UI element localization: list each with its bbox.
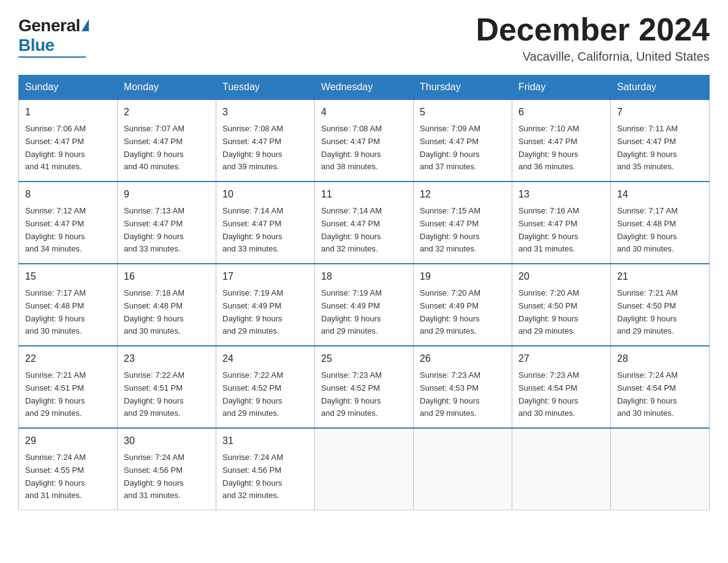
day-info: Sunrise: 7:17 AMSunset: 4:48 PMDaylight:… — [617, 205, 703, 256]
day-info: Sunrise: 7:14 AMSunset: 4:47 PMDaylight:… — [222, 205, 308, 256]
day-info: Sunrise: 7:16 AMSunset: 4:47 PMDaylight:… — [518, 205, 604, 256]
logo-blue-text: Blue — [18, 36, 55, 55]
calendar-header-wednesday: Wednesday — [315, 75, 414, 100]
calendar-day-cell: 1Sunrise: 7:06 AMSunset: 4:47 PMDaylight… — [19, 99, 118, 182]
day-number: 14 — [617, 187, 703, 202]
day-number: 13 — [518, 187, 604, 202]
day-info: Sunrise: 7:08 AMSunset: 4:47 PMDaylight:… — [222, 123, 308, 174]
day-number: 11 — [321, 187, 407, 202]
day-info: Sunrise: 7:17 AMSunset: 4:48 PMDaylight:… — [25, 287, 111, 338]
calendar-day-cell: 16Sunrise: 7:18 AMSunset: 4:48 PMDayligh… — [118, 264, 216, 346]
day-number: 23 — [124, 351, 210, 367]
day-info: Sunrise: 7:20 AMSunset: 4:49 PMDaylight:… — [420, 287, 506, 338]
day-info: Sunrise: 7:24 AMSunset: 4:54 PMDaylight:… — [617, 369, 703, 420]
calendar-week-row: 1Sunrise: 7:06 AMSunset: 4:47 PMDaylight… — [19, 99, 710, 182]
calendar-day-cell: 20Sunrise: 7:20 AMSunset: 4:50 PMDayligh… — [512, 264, 611, 346]
day-number: 24 — [222, 351, 308, 367]
day-info: Sunrise: 7:22 AMSunset: 4:52 PMDaylight:… — [222, 369, 308, 420]
day-info: Sunrise: 7:24 AMSunset: 4:56 PMDaylight:… — [222, 451, 308, 502]
day-info: Sunrise: 7:19 AMSunset: 4:49 PMDaylight:… — [222, 287, 308, 338]
calendar-day-cell: 5Sunrise: 7:09 AMSunset: 4:47 PMDaylight… — [414, 99, 512, 182]
day-number: 3 — [222, 105, 308, 120]
calendar-week-row: 15Sunrise: 7:17 AMSunset: 4:48 PMDayligh… — [19, 264, 710, 346]
day-info: Sunrise: 7:21 AMSunset: 4:50 PMDaylight:… — [617, 287, 703, 338]
day-number: 27 — [518, 351, 604, 367]
day-info: Sunrise: 7:23 AMSunset: 4:52 PMDaylight:… — [321, 369, 407, 420]
calendar-empty-cell — [315, 428, 414, 510]
calendar-day-cell: 9Sunrise: 7:13 AMSunset: 4:47 PMDaylight… — [118, 182, 216, 264]
day-number: 20 — [518, 269, 604, 285]
day-number: 16 — [124, 269, 210, 285]
day-info: Sunrise: 7:22 AMSunset: 4:51 PMDaylight:… — [124, 369, 210, 420]
day-number: 18 — [321, 269, 407, 285]
day-info: Sunrise: 7:12 AMSunset: 4:47 PMDaylight:… — [25, 205, 111, 256]
calendar-day-cell: 30Sunrise: 7:24 AMSunset: 4:56 PMDayligh… — [118, 428, 216, 510]
day-info: Sunrise: 7:07 AMSunset: 4:47 PMDaylight:… — [124, 123, 210, 174]
calendar-week-row: 22Sunrise: 7:21 AMSunset: 4:51 PMDayligh… — [19, 346, 710, 428]
calendar-day-cell: 31Sunrise: 7:24 AMSunset: 4:56 PMDayligh… — [216, 428, 315, 510]
day-number: 2 — [124, 105, 210, 120]
day-number: 26 — [420, 351, 506, 367]
calendar-day-cell: 29Sunrise: 7:24 AMSunset: 4:55 PMDayligh… — [19, 428, 118, 510]
logo-general-text: General — [18, 16, 80, 36]
month-title: December 2024 — [476, 12, 710, 47]
calendar-day-cell: 22Sunrise: 7:21 AMSunset: 4:51 PMDayligh… — [19, 346, 118, 428]
calendar-header-sunday: Sunday — [19, 75, 118, 100]
day-number: 17 — [222, 269, 308, 285]
day-info: Sunrise: 7:23 AMSunset: 4:53 PMDaylight:… — [420, 369, 506, 420]
day-number: 9 — [124, 187, 210, 202]
day-number: 31 — [222, 434, 308, 449]
day-number: 10 — [222, 187, 308, 202]
calendar-empty-cell — [512, 428, 611, 510]
calendar-header-monday: Monday — [118, 75, 216, 100]
calendar-day-cell: 11Sunrise: 7:14 AMSunset: 4:47 PMDayligh… — [315, 182, 414, 264]
logo: General Blue — [18, 12, 89, 58]
calendar-week-row: 8Sunrise: 7:12 AMSunset: 4:47 PMDaylight… — [19, 182, 710, 264]
day-info: Sunrise: 7:15 AMSunset: 4:47 PMDaylight:… — [420, 205, 506, 256]
day-number: 8 — [25, 187, 111, 202]
day-info: Sunrise: 7:24 AMSunset: 4:55 PMDaylight:… — [25, 451, 111, 502]
day-number: 5 — [420, 105, 506, 120]
day-info: Sunrise: 7:11 AMSunset: 4:47 PMDaylight:… — [617, 123, 703, 174]
calendar-day-cell: 18Sunrise: 7:19 AMSunset: 4:49 PMDayligh… — [315, 264, 414, 346]
calendar-week-row: 29Sunrise: 7:24 AMSunset: 4:55 PMDayligh… — [19, 428, 710, 510]
calendar-header-friday: Friday — [512, 75, 611, 100]
day-number: 4 — [321, 105, 407, 120]
calendar-empty-cell — [611, 428, 710, 510]
location-subtitle: Vacaville, California, United States — [476, 50, 710, 64]
day-info: Sunrise: 7:18 AMSunset: 4:48 PMDaylight:… — [124, 287, 210, 338]
calendar-day-cell: 10Sunrise: 7:14 AMSunset: 4:47 PMDayligh… — [216, 182, 315, 264]
day-info: Sunrise: 7:24 AMSunset: 4:56 PMDaylight:… — [124, 451, 210, 502]
day-number: 21 — [617, 269, 703, 285]
logo-line — [18, 56, 86, 58]
day-info: Sunrise: 7:13 AMSunset: 4:47 PMDaylight:… — [124, 205, 210, 256]
day-info: Sunrise: 7:20 AMSunset: 4:50 PMDaylight:… — [518, 287, 604, 338]
calendar-day-cell: 12Sunrise: 7:15 AMSunset: 4:47 PMDayligh… — [414, 182, 512, 264]
calendar-header-saturday: Saturday — [611, 75, 710, 100]
calendar-table: SundayMondayTuesdayWednesdayThursdayFrid… — [18, 75, 710, 510]
calendar-day-cell: 8Sunrise: 7:12 AMSunset: 4:47 PMDaylight… — [19, 182, 118, 264]
day-number: 12 — [420, 187, 506, 202]
calendar-day-cell: 19Sunrise: 7:20 AMSunset: 4:49 PMDayligh… — [414, 264, 512, 346]
day-number: 22 — [25, 351, 111, 367]
page-header: General Blue December 2024 Vacaville, Ca… — [18, 12, 710, 64]
calendar-day-cell: 6Sunrise: 7:10 AMSunset: 4:47 PMDaylight… — [512, 99, 611, 182]
logo-triangle-icon — [82, 19, 89, 31]
calendar-day-cell: 7Sunrise: 7:11 AMSunset: 4:47 PMDaylight… — [611, 99, 710, 182]
calendar-header-row: SundayMondayTuesdayWednesdayThursdayFrid… — [19, 75, 710, 100]
calendar-empty-cell — [414, 428, 512, 510]
calendar-day-cell: 23Sunrise: 7:22 AMSunset: 4:51 PMDayligh… — [118, 346, 216, 428]
day-info: Sunrise: 7:23 AMSunset: 4:54 PMDaylight:… — [518, 369, 604, 420]
day-info: Sunrise: 7:10 AMSunset: 4:47 PMDaylight:… — [518, 123, 604, 174]
calendar-day-cell: 27Sunrise: 7:23 AMSunset: 4:54 PMDayligh… — [512, 346, 611, 428]
day-number: 28 — [617, 351, 703, 367]
calendar-day-cell: 28Sunrise: 7:24 AMSunset: 4:54 PMDayligh… — [611, 346, 710, 428]
calendar-day-cell: 25Sunrise: 7:23 AMSunset: 4:52 PMDayligh… — [315, 346, 414, 428]
calendar-day-cell: 17Sunrise: 7:19 AMSunset: 4:49 PMDayligh… — [216, 264, 315, 346]
day-info: Sunrise: 7:19 AMSunset: 4:49 PMDaylight:… — [321, 287, 407, 338]
calendar-header-tuesday: Tuesday — [216, 75, 315, 100]
day-info: Sunrise: 7:09 AMSunset: 4:47 PMDaylight:… — [420, 123, 506, 174]
calendar-day-cell: 3Sunrise: 7:08 AMSunset: 4:47 PMDaylight… — [216, 99, 315, 182]
day-number: 15 — [25, 269, 111, 285]
calendar-header-thursday: Thursday — [414, 75, 512, 100]
